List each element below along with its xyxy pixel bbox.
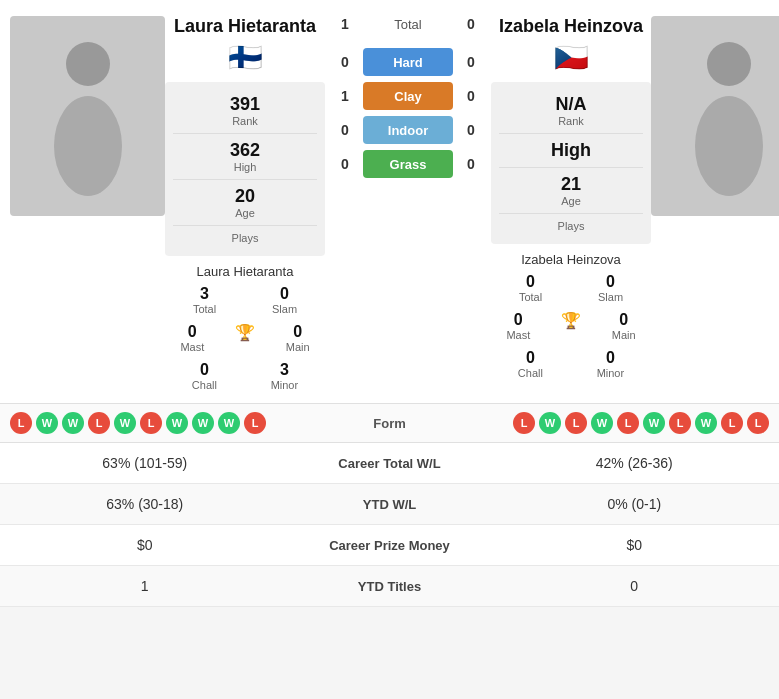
svg-point-1 [54, 96, 122, 196]
form-badge-p2: L [747, 412, 769, 434]
form-badge-p1: W [192, 412, 214, 434]
stats-val-left: $0 [0, 525, 290, 565]
player2-slam-lbl: Slam [598, 291, 623, 303]
form-badge-p1: W [166, 412, 188, 434]
form-badge-p2: L [721, 412, 743, 434]
player2-total-lbl: Total [519, 291, 542, 303]
form-badge-p2: W [643, 412, 665, 434]
player1-rank-label: Rank [232, 115, 258, 127]
stats-row-item: 1YTD Titles0 [0, 566, 779, 607]
player2-minor-lbl: Minor [597, 367, 625, 379]
total-row: 1 Total 0 [335, 16, 481, 32]
player1-rank-value: 391 [230, 94, 260, 115]
form-right: LWLWLWLWLL [440, 412, 770, 434]
svg-point-3 [695, 96, 763, 196]
stats-val-right: 42% (26-36) [490, 443, 780, 483]
form-badge-p1: L [244, 412, 266, 434]
form-badge-p1: L [10, 412, 32, 434]
player1-stats-row1: 3 Total 0 Slam [165, 285, 325, 315]
p1-indoor-score: 0 [335, 122, 355, 138]
player1-slam-val: 0 [280, 285, 289, 303]
form-badge-p2: W [695, 412, 717, 434]
p1-total-score: 1 [335, 16, 355, 32]
form-badge-p2: L [513, 412, 535, 434]
player2-total-val: 0 [526, 273, 535, 291]
player2-trophy-col: 🏆 [561, 311, 581, 341]
p2-total-score: 0 [461, 16, 481, 32]
main-container: Laura Hietaranta 🇫🇮 391 Rank 362 High 20… [0, 0, 779, 607]
stats-key: Career Prize Money [290, 526, 490, 565]
form-left: LWWLWLWWWL [10, 412, 340, 434]
form-badge-p2: L [669, 412, 691, 434]
hard-row: 0 Hard 0 [335, 48, 481, 76]
form-badge-p2: W [591, 412, 613, 434]
form-badge-p1: W [36, 412, 58, 434]
player1-main-col: 0 Main [286, 323, 310, 353]
player1-minor-col: 3 Minor [271, 361, 299, 391]
clay-row: 1 Clay 0 [335, 82, 481, 110]
p2-grass-score: 0 [461, 156, 481, 172]
player1-main-val: 0 [293, 323, 302, 341]
player1-name: Laura Hietaranta [174, 16, 316, 37]
form-badge-p1: W [218, 412, 240, 434]
player2-mast-col: 0 Mast [506, 311, 530, 341]
player1-mast-col: 0 Mast [180, 323, 204, 353]
player2-minor-col: 0 Minor [597, 349, 625, 379]
form-badge-p2: L [565, 412, 587, 434]
player2-rank-card: N/A Rank High 21 Age Plays [491, 82, 651, 244]
p2-clay-score: 0 [461, 88, 481, 104]
indoor-badge: Indoor [363, 116, 453, 144]
svg-point-2 [707, 42, 751, 86]
stats-row-item: 63% (30-18)YTD W/L0% (0-1) [0, 484, 779, 525]
p1-grass-score: 0 [335, 156, 355, 172]
player1-mast-val: 0 [188, 323, 197, 341]
player2-slam-col: 0 Slam [598, 273, 623, 303]
player1-plays-label: Plays [232, 232, 259, 244]
player2-stats-row1: 0 Total 0 Slam [491, 273, 651, 303]
stats-val-right: 0% (0-1) [490, 484, 780, 524]
top-section: Laura Hietaranta 🇫🇮 391 Rank 362 High 20… [0, 0, 779, 404]
player1-slam-lbl: Slam [272, 303, 297, 315]
player1-trophy-icon: 🏆 [235, 323, 255, 342]
player1-rank-card: 391 Rank 362 High 20 Age Plays [165, 82, 325, 256]
stats-val-left: 63% (30-18) [0, 484, 290, 524]
player2-age-label: Age [561, 195, 581, 207]
player2-chall-col: 0 Chall [518, 349, 543, 379]
player2-trophy-icon: 🏆 [561, 311, 581, 330]
player2-name: Izabela Heinzova [499, 16, 643, 37]
clay-label: Clay [394, 89, 421, 104]
player1-total-col: 3 Total [193, 285, 216, 315]
player2-mast-lbl: Mast [506, 329, 530, 341]
form-badge-p1: W [62, 412, 84, 434]
grass-row: 0 Grass 0 [335, 150, 481, 178]
player1-chall-lbl: Chall [192, 379, 217, 391]
player1-main-lbl: Main [286, 341, 310, 353]
form-badge-p2: W [539, 412, 561, 434]
player2-name-below: Izabela Heinzova [521, 252, 621, 267]
player2-high-value: High [551, 140, 591, 161]
stats-key: Career Total W/L [290, 444, 490, 483]
stats-key: YTD W/L [290, 485, 490, 524]
form-badge-p1: W [114, 412, 136, 434]
player1-age-value: 20 [235, 186, 255, 207]
player2-rank-value: N/A [556, 94, 587, 115]
player1-high-value: 362 [230, 140, 260, 161]
player1-chall-col: 0 Chall [192, 361, 217, 391]
player2-mast-val: 0 [514, 311, 523, 329]
player2-chall-val: 0 [526, 349, 535, 367]
player2-main-val: 0 [619, 311, 628, 329]
total-label: Total [363, 17, 453, 32]
player1-chall-val: 0 [200, 361, 209, 379]
player1-minor-lbl: Minor [271, 379, 299, 391]
center-section: 1 Total 0 0 Hard 0 1 Clay 0 [325, 16, 491, 393]
grass-label: Grass [390, 157, 427, 172]
clay-badge: Clay [363, 82, 453, 110]
player1-photo [10, 16, 165, 216]
player1-info: Laura Hietaranta 🇫🇮 391 Rank 362 High 20… [165, 16, 325, 393]
form-section: LWWLWLWWWL Form LWLWLWLWLL [0, 404, 779, 443]
player2-stats-row3: 0 Chall 0 Minor [491, 349, 651, 379]
stats-val-left: 1 [0, 566, 290, 606]
player2-flag: 🇨🇿 [554, 41, 589, 74]
surface-rows: 0 Hard 0 1 Clay 0 0 Indoor [335, 48, 481, 184]
form-badge-p2: L [617, 412, 639, 434]
